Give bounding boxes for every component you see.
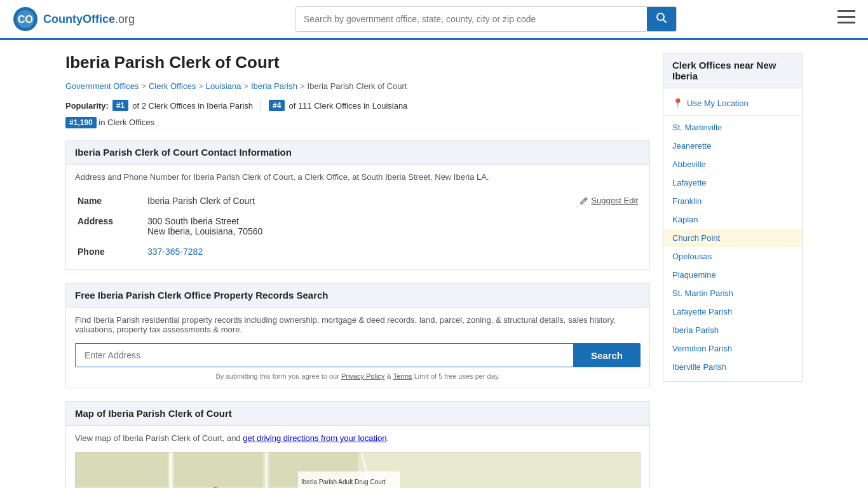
- breadcrumb-link-clerk-offices[interactable]: Clerk Offices: [149, 81, 196, 91]
- name-label: Name: [75, 191, 145, 211]
- address-search-input[interactable]: [75, 343, 573, 367]
- sidebar-item-st-martinville[interactable]: St. Martinville: [663, 118, 802, 137]
- driving-directions-link[interactable]: get driving directions from your locatio…: [243, 433, 386, 443]
- property-search-form: Search: [75, 343, 641, 367]
- map-section-header: Map of Iberia Parish Clerk of Court: [66, 402, 649, 426]
- sidebar-item-church-point[interactable]: Church Point: [663, 229, 802, 247]
- contact-section-body: Address and Phone Number for Iberia Pari…: [66, 165, 649, 269]
- svg-text:CO: CO: [18, 14, 33, 25]
- svg-rect-6: [837, 16, 855, 18]
- property-search-header: Free Iberia Parish Clerk Office Property…: [66, 283, 649, 308]
- sidebar-item-vermilion-parish[interactable]: Vermilion Parish: [663, 339, 802, 358]
- privacy-policy-link[interactable]: Privacy Policy: [341, 372, 384, 380]
- header-search-button[interactable]: [647, 7, 676, 31]
- sidebar-item-kaplan[interactable]: Kaplan: [663, 210, 802, 229]
- svg-line-8: [585, 199, 586, 200]
- map-section-body: View map of Iberia Parish Clerk of Court…: [66, 426, 649, 488]
- popularity-row2: #1,190 in Clerk Offices: [65, 118, 650, 127]
- page-title: Iberia Parish Clerk of Court: [65, 53, 650, 72]
- rank1-text: of 2 Clerk Offices in Iberia Parish: [132, 101, 253, 111]
- map-placeholder: Iberia Parish Adult Drug Court Iberia Pa…: [75, 452, 641, 488]
- svg-line-4: [663, 20, 667, 23]
- phone-value: 337-365-7282: [145, 241, 641, 262]
- sidebar-item-iberia-parish[interactable]: Iberia Parish: [663, 321, 802, 339]
- sidebar-item-opelousas[interactable]: Opelousas: [663, 247, 802, 266]
- phone-label: Phone: [75, 241, 145, 262]
- breadcrumb-link-gov-offices[interactable]: Government Offices: [65, 81, 139, 91]
- svg-rect-5: [837, 10, 855, 12]
- address-value: 300 South Iberia Street New Iberia, Loui…: [145, 211, 641, 241]
- sidebar-item-plaquemine[interactable]: Plaquemine: [663, 266, 802, 284]
- search-icon: [656, 12, 667, 24]
- sidebar-item-st-martin-parish[interactable]: St. Martin Parish: [663, 284, 802, 302]
- terms-link[interactable]: Terms: [393, 372, 412, 380]
- popularity-label: Popularity:: [65, 101, 109, 111]
- pin-icon: 📍: [672, 98, 683, 108]
- address-label: Address: [75, 211, 145, 241]
- table-row-phone: Phone 337-365-7282: [75, 241, 641, 262]
- content-area: Iberia Parish Clerk of Court Government …: [65, 53, 650, 488]
- name-value: Iberia Parish Clerk of Court Suggest Edi…: [145, 191, 641, 211]
- contact-info-table: Name Iberia Parish Clerk of Court Sugges…: [75, 191, 641, 262]
- sidebar: Clerk Offices near New Iberia 📍 Use My L…: [663, 53, 803, 488]
- contact-section-header: Iberia Parish Clerk of Court Contact Inf…: [66, 140, 649, 165]
- pop-separator: [261, 100, 261, 111]
- svg-rect-15: [76, 452, 168, 487]
- rank2-badge: #4: [269, 100, 285, 111]
- table-row-address: Address 300 South Iberia Street New Iber…: [75, 211, 641, 241]
- table-row-name: Name Iberia Parish Clerk of Court Sugges…: [75, 191, 641, 211]
- logo-text: CountyOffice.org: [43, 13, 135, 26]
- sidebar-item-jeanerette[interactable]: Jeanerette: [663, 137, 802, 155]
- sidebar-body: 📍 Use My Location St. Martinville Jeaner…: [663, 88, 802, 381]
- main-container: Iberia Parish Clerk of Court Government …: [53, 40, 815, 488]
- breadcrumb-link-iberia-parish[interactable]: Iberia Parish: [251, 81, 297, 91]
- map-grid: Iberia Parish Adult Drug Court: [76, 452, 640, 488]
- map-description: View map of Iberia Parish Clerk of Court…: [75, 433, 641, 443]
- svg-rect-16: [174, 452, 263, 487]
- popularity-section: Popularity: #1 of 2 Clerk Offices in Ibe…: [65, 100, 650, 127]
- sidebar-box: Clerk Offices near New Iberia 📍 Use My L…: [663, 53, 803, 382]
- breadcrumb-sep-3: >: [243, 81, 248, 91]
- breadcrumb-link-louisiana[interactable]: Louisiana: [206, 81, 241, 91]
- property-search-description: Find Iberia Parish residential property …: [75, 315, 641, 334]
- sidebar-item-iberville-parish[interactable]: Iberville Parish: [663, 358, 802, 376]
- logo-area: CO CountyOffice.org: [13, 6, 135, 32]
- breadcrumb: Government Offices > Clerk Offices > Lou…: [65, 81, 650, 91]
- header: CO CountyOffice.org: [0, 0, 868, 40]
- sidebar-title: Clerk Offices near New Iberia: [663, 53, 802, 88]
- map-section: Map of Iberia Parish Clerk of Court View…: [65, 401, 650, 488]
- rank1-badge: #1: [112, 100, 128, 111]
- sidebar-item-abbeville[interactable]: Abbeville: [663, 155, 802, 173]
- suggest-edit-button[interactable]: Suggest Edit: [580, 196, 638, 205]
- breadcrumb-sep: >: [141, 81, 146, 91]
- header-search-container: [295, 6, 677, 32]
- contact-section: Iberia Parish Clerk of Court Contact Inf…: [65, 140, 650, 270]
- edit-icon: [580, 196, 588, 205]
- sidebar-item-franklin[interactable]: Franklin: [663, 192, 802, 210]
- rank3-text: in Clerk Offices: [98, 118, 154, 127]
- sidebar-item-lafayette-parish[interactable]: Lafayette Parish: [663, 302, 802, 321]
- hamburger-menu-icon[interactable]: [837, 10, 855, 28]
- rank3-badge: #1,190: [65, 117, 97, 128]
- sidebar-item-lafayette[interactable]: Lafayette: [663, 173, 802, 192]
- property-search-body: Find Iberia Parish residential property …: [66, 308, 649, 388]
- svg-text:Iberia Parish Adult Drug Court: Iberia Parish Adult Drug Court: [301, 478, 386, 485]
- breadcrumb-sep-4: >: [300, 81, 305, 91]
- property-search-section: Free Iberia Parish Clerk Office Property…: [65, 283, 650, 388]
- phone-link[interactable]: 337-365-7282: [147, 247, 203, 257]
- rank2-text: of 111 Clerk Offices in Louisiana: [288, 101, 407, 111]
- svg-rect-7: [837, 22, 855, 24]
- breadcrumb-current: Iberia Parish Clerk of Court: [308, 81, 407, 91]
- use-my-location-link[interactable]: 📍 Use My Location: [663, 93, 802, 112]
- property-search-button[interactable]: Search: [573, 343, 641, 367]
- privacy-note: By submitting this form you agree to our…: [75, 372, 641, 380]
- header-search-input[interactable]: [296, 7, 647, 31]
- sidebar-divider: [663, 115, 802, 116]
- contact-description: Address and Phone Number for Iberia Pari…: [75, 172, 641, 182]
- breadcrumb-sep-2: >: [198, 81, 203, 91]
- logo-icon: CO: [13, 6, 38, 32]
